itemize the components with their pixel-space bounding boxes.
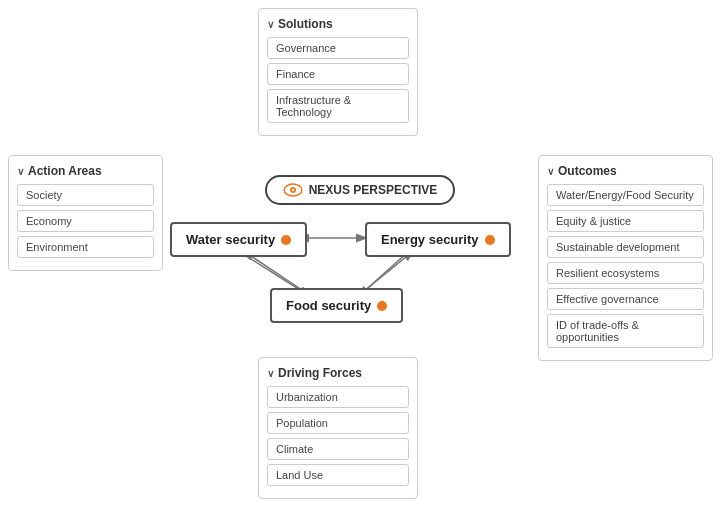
svg-point-9	[291, 189, 293, 191]
action-item-1[interactable]: Economy	[17, 210, 154, 232]
outcome-item-3[interactable]: Resilient ecosystems	[547, 262, 704, 284]
diagram-container: ∨ Solutions Governance Finance Infrastru…	[0, 0, 721, 507]
action-item-0[interactable]: Society	[17, 184, 154, 206]
energy-security-node[interactable]: Energy security	[365, 222, 511, 257]
outcomes-panel: ∨ Outcomes Water/Energy/Food Security Eq…	[538, 155, 713, 361]
svg-line-4	[245, 252, 305, 292]
outcome-item-4[interactable]: Effective governance	[547, 288, 704, 310]
eye-icon	[283, 183, 303, 197]
energy-security-label: Energy security	[381, 232, 479, 247]
solutions-chevron: ∨	[267, 19, 274, 30]
food-security-node[interactable]: Food security	[270, 288, 403, 323]
water-dot	[281, 235, 291, 245]
action-item-2[interactable]: Environment	[17, 236, 154, 258]
driving-item-1[interactable]: Population	[267, 412, 409, 434]
nexus-perspective-button[interactable]: NEXUS PERSPECTIVE	[265, 175, 455, 205]
food-dot	[377, 301, 387, 311]
outcome-item-2[interactable]: Sustainable development	[547, 236, 704, 258]
energy-dot	[485, 235, 495, 245]
svg-line-6	[363, 252, 412, 292]
action-areas-title: ∨ Action Areas	[17, 164, 154, 178]
nexus-label: NEXUS PERSPECTIVE	[309, 183, 438, 197]
driving-forces-panel: ∨ Driving Forces Urbanization Population…	[258, 357, 418, 499]
outcome-item-0[interactable]: Water/Energy/Food Security	[547, 184, 704, 206]
solutions-panel: ∨ Solutions Governance Finance Infrastru…	[258, 8, 418, 136]
water-security-node[interactable]: Water security	[170, 222, 307, 257]
driving-item-2[interactable]: Climate	[267, 438, 409, 460]
solutions-item-0[interactable]: Governance	[267, 37, 409, 59]
action-areas-panel: ∨ Action Areas Society Economy Environme…	[8, 155, 163, 271]
outcomes-chevron: ∨	[547, 166, 554, 177]
solutions-title: ∨ Solutions	[267, 17, 409, 31]
driving-forces-title: ∨ Driving Forces	[267, 366, 409, 380]
food-security-label: Food security	[286, 298, 371, 313]
solutions-item-2[interactable]: Infrastructure & Technology	[267, 89, 409, 123]
outcome-item-1[interactable]: Equity & justice	[547, 210, 704, 232]
outcomes-title: ∨ Outcomes	[547, 164, 704, 178]
water-security-label: Water security	[186, 232, 275, 247]
solutions-item-1[interactable]: Finance	[267, 63, 409, 85]
outcome-item-5[interactable]: ID of trade-offs & opportunities	[547, 314, 704, 348]
action-chevron: ∨	[17, 166, 24, 177]
driving-chevron: ∨	[267, 368, 274, 379]
driving-item-3[interactable]: Land Use	[267, 464, 409, 486]
driving-item-0[interactable]: Urbanization	[267, 386, 409, 408]
